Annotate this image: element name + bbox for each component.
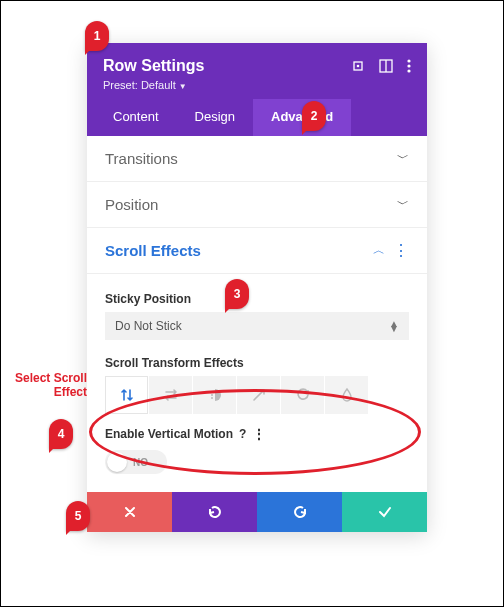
horizontal-arrows-icon [163,387,179,403]
close-icon [123,505,137,519]
section-title: Scroll Effects [105,242,201,259]
help-icon[interactable]: ? [239,427,246,441]
annotation-callout: Select Scroll Effect [5,371,87,400]
section-position[interactable]: Position ﹀ [87,182,427,228]
vertical-arrows-icon [119,387,135,403]
svg-point-7 [211,391,213,393]
effect-horizontal-button[interactable] [149,376,193,414]
kebab-icon[interactable]: ⋮ [252,426,266,442]
section-transitions[interactable]: Transitions ﹀ [87,136,427,182]
kebab-icon[interactable] [407,59,411,73]
annotation-marker-2: 2 [302,101,326,131]
effect-blur-button[interactable] [325,376,369,414]
redo-icon [292,505,308,519]
scale-icon [251,387,267,403]
svg-point-6 [407,69,410,72]
rotate-icon [295,387,311,403]
check-icon [377,505,393,519]
select-arrows-icon: ▲▼ [389,321,399,331]
sticky-position-select[interactable]: Do Not Stick ▲▼ [105,312,409,340]
annotation-marker-5: 5 [66,501,90,531]
drop-icon [339,387,355,403]
section-title: Transitions [105,150,178,167]
tab-content[interactable]: Content [95,99,177,136]
toggle-knob [107,452,127,472]
svg-point-5 [407,64,410,67]
caret-down-icon: ▼ [179,82,187,91]
chevron-down-icon: ﹀ [397,150,409,167]
annotation-marker-3: 3 [225,279,249,309]
redo-button[interactable] [257,492,342,532]
section-scroll-effects[interactable]: Scroll Effects ︿ ⋮ [87,228,427,274]
select-value: Do Not Stick [115,319,182,333]
effect-fade-button[interactable] [193,376,237,414]
annotation-marker-1: 1 [85,21,109,51]
cancel-button[interactable] [87,492,172,532]
effect-rotate-button[interactable] [281,376,325,414]
tab-bar: Content Design Advanced [87,99,427,136]
effect-vertical-button[interactable] [105,376,149,414]
effect-scale-button[interactable] [237,376,281,414]
kebab-icon[interactable]: ⋮ [393,243,409,259]
preset-selector[interactable]: Preset: Default ▼ [103,79,411,91]
svg-point-4 [407,59,410,62]
preset-label: Preset: Default [103,79,176,91]
fade-icon [207,387,223,403]
svg-point-9 [211,397,213,399]
svg-point-1 [357,65,360,68]
chevron-down-icon: ﹀ [397,196,409,213]
vertical-motion-toggle[interactable]: NO [105,450,167,474]
svg-point-8 [211,394,213,396]
panel-body: Transitions ﹀ Position ﹀ Scroll Effects … [87,136,427,492]
transform-effects-label: Scroll Transform Effects [105,356,409,370]
sticky-position-label: Sticky Position [105,292,409,306]
scroll-effects-fields: Sticky Position Do Not Stick ▲▼ Scroll T… [87,274,427,482]
settings-panel: Row Settings Preset: Default ▼ Content D… [87,43,427,532]
annotation-marker-4: 4 [49,419,73,449]
section-title: Position [105,196,158,213]
header-actions [351,59,411,73]
panel-title: Row Settings [103,57,204,75]
panel-header: Row Settings Preset: Default ▼ [87,43,427,99]
expand-icon[interactable] [351,59,365,73]
panel-footer [87,492,427,532]
chevron-up-icon: ︿ [373,242,385,259]
enable-vertical-motion-label: Enable Vertical Motion ? ⋮ [105,426,409,442]
save-button[interactable] [342,492,427,532]
grid-icon[interactable] [379,59,393,73]
tab-design[interactable]: Design [177,99,253,136]
transform-effects-row [105,376,409,414]
undo-button[interactable] [172,492,257,532]
undo-icon [207,505,223,519]
toggle-state-label: NO [133,457,148,468]
